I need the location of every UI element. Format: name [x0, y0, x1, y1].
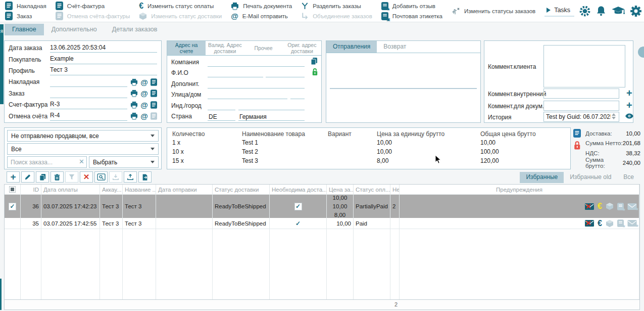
add-doc-comment-button[interactable]: +	[626, 101, 632, 109]
add-internal-comment-button[interactable]: +	[626, 89, 632, 97]
add-order-button[interactable]: +	[7, 171, 20, 183]
invoice-cancel-value[interactable]: R-4	[50, 110, 127, 120]
zip-input[interactable]	[208, 102, 235, 110]
firstname-input[interactable]	[208, 69, 263, 77]
buyer-value[interactable]: Example	[50, 54, 157, 64]
clear-search-icon[interactable]: ✕	[79, 158, 84, 165]
order-row[interactable]: 35 03.07.2025 17:42:55 Тест 3 Тест 3 Rea…	[5, 218, 639, 229]
payment-euro-icon[interactable]: €	[598, 219, 602, 228]
collapsed-side-panel[interactable]: я	[0, 24, 4, 104]
col-id[interactable]: ID	[21, 185, 41, 194]
needs-delivery-checkbox[interactable]: ✓	[294, 203, 302, 210]
select-dropdown[interactable]: Выбрать	[89, 156, 159, 168]
additional-input[interactable]	[208, 80, 305, 88]
company-input[interactable]	[208, 59, 305, 67]
toolbar-send-email[interactable]: @ E-Mail отправить	[231, 12, 292, 20]
clear-button[interactable]: ✕	[80, 171, 93, 183]
tab-order-details[interactable]: Детали заказов	[105, 24, 165, 35]
left-scroll-strip[interactable]	[0, 279, 2, 310]
tab-main[interactable]: Главное	[5, 24, 44, 35]
tab-other[interactable]: Прочее	[244, 41, 283, 55]
item-row[interactable]: 10 x Test 2 10,00 100,00	[167, 147, 570, 156]
toolbar-cancel-invoice[interactable]: Отмена счёта-фактуры	[56, 12, 130, 20]
order-date-value[interactable]: 13.06.2025 20:53:04	[50, 42, 157, 53]
col-account[interactable]: Аккау...	[100, 185, 123, 194]
toolbar-change-delivery-status[interactable]: Изменить статус доставки	[139, 12, 222, 20]
filter-button[interactable]	[65, 171, 78, 183]
order-value[interactable]	[50, 88, 127, 98]
lastname-input[interactable]	[266, 69, 305, 77]
print-icon[interactable]	[130, 112, 138, 120]
tab-favorites-old[interactable]: Избранные old	[564, 172, 617, 183]
edit-order-button[interactable]	[21, 171, 34, 183]
review-doc-icon[interactable]: ★	[617, 203, 624, 210]
select-all-checkbox[interactable]	[9, 186, 16, 193]
print-icon[interactable]	[130, 90, 138, 97]
tab-billing-address[interactable]: Адрес на счете	[167, 41, 206, 55]
tab-returns[interactable]: Возврат	[377, 41, 413, 53]
email-icon[interactable]: @	[140, 112, 148, 120]
col-unpaid[interactable]: Нео	[390, 185, 400, 194]
tab-all[interactable]: Все	[617, 172, 640, 183]
toolbar-split-orders[interactable]: Разделить заказы	[301, 2, 372, 10]
print-icon[interactable]	[130, 101, 138, 109]
house-input[interactable]	[290, 91, 305, 99]
payment-warning-euro-icon[interactable]: €	[598, 202, 602, 210]
notifications-bell-icon[interactable]	[596, 5, 607, 17]
toolbar-merge-orders[interactable]: Объединение заказов	[301, 12, 372, 20]
email-icon[interactable]: @	[140, 90, 148, 97]
delivery-note-value[interactable]	[50, 76, 127, 86]
invoice-value[interactable]: R-3	[50, 99, 127, 109]
history-input[interactable]	[543, 112, 619, 122]
col-paid-date[interactable]: Дата оплаты	[41, 185, 100, 194]
tab-original-shipping-address[interactable]: Ориг. адрес доставки	[283, 41, 321, 55]
pdf-doc-icon[interactable]	[151, 90, 157, 97]
toolbar-delivery-note[interactable]: Накладная	[5, 2, 46, 10]
row-checkbox-checked[interactable]: ✓	[9, 203, 16, 210]
browse-search-button[interactable]	[94, 171, 108, 183]
order-search-input[interactable]	[7, 156, 87, 168]
client-comment-textarea[interactable]	[543, 45, 625, 87]
badge-seal-icon[interactable]	[579, 5, 591, 17]
toolbar-add-review[interactable]: ★ Добавить отзыв	[381, 2, 442, 10]
print-icon[interactable]	[130, 78, 138, 86]
pdf-doc-icon[interactable]	[151, 78, 157, 86]
review-mail-icon[interactable]: ★	[627, 203, 637, 210]
shipping-cube-icon[interactable]	[606, 219, 614, 228]
col-ship-date[interactable]: Дата отправки	[156, 185, 213, 194]
col-needs-delivery[interactable]: Необходима доста...	[270, 185, 327, 194]
email-icon[interactable]: @	[140, 101, 148, 109]
delete-order-button[interactable]	[51, 171, 64, 183]
copy-order-button[interactable]	[36, 171, 49, 183]
city-input[interactable]	[238, 102, 305, 110]
shipping-status-filter-dropdown[interactable]: Не отправлено продавцом, все	[7, 130, 159, 142]
col-warnings[interactable]: Предупреждения	[400, 185, 639, 194]
view-history-eye-icon[interactable]	[625, 113, 634, 119]
street-input[interactable]	[208, 91, 287, 99]
copy-address-icon[interactable]	[310, 57, 318, 65]
import-button[interactable]	[109, 171, 122, 183]
tab-additional[interactable]: Дополнительно	[44, 24, 105, 35]
shipping-cube-icon[interactable]	[606, 202, 614, 210]
toolbar-postal-label[interactable]: ▣ Почтовая этикетка	[381, 12, 442, 20]
item-row[interactable]: 1 x Test 1 10,00 10,00	[167, 138, 570, 147]
tab-shipments[interactable]: Отправления	[326, 41, 377, 53]
col-name[interactable]: Название ...	[123, 185, 156, 194]
clipped-edge-button[interactable]	[638, 47, 644, 58]
email-icon[interactable]: @	[140, 78, 148, 86]
toolbar-invoice[interactable]: Счёт-фактура	[56, 2, 130, 10]
toolbar-change-order-statuses[interactable]: Изменить статусы заказов	[452, 7, 535, 15]
settings-gear-icon[interactable]	[630, 5, 642, 17]
country-name-input[interactable]: Германия	[238, 113, 305, 121]
pdf-doc-icon[interactable]	[151, 101, 157, 109]
col-payment-status[interactable]: Статус опл...	[354, 185, 390, 194]
toolbar-change-payment-status[interactable]: € Изменить статус оплаты	[139, 2, 222, 10]
review-doc-icon[interactable]: ★	[617, 219, 624, 227]
toolbar-print-document[interactable]: Печать документа	[231, 2, 292, 10]
doc-comment-input[interactable]	[543, 101, 619, 111]
unlocked-icon[interactable]	[311, 68, 318, 78]
training-cap-icon[interactable]	[611, 6, 625, 16]
tasks-button[interactable]: Tasks	[544, 5, 574, 17]
scope-filter-dropdown[interactable]: Все	[7, 143, 159, 155]
tab-favorites[interactable]: Избранные	[520, 172, 564, 183]
